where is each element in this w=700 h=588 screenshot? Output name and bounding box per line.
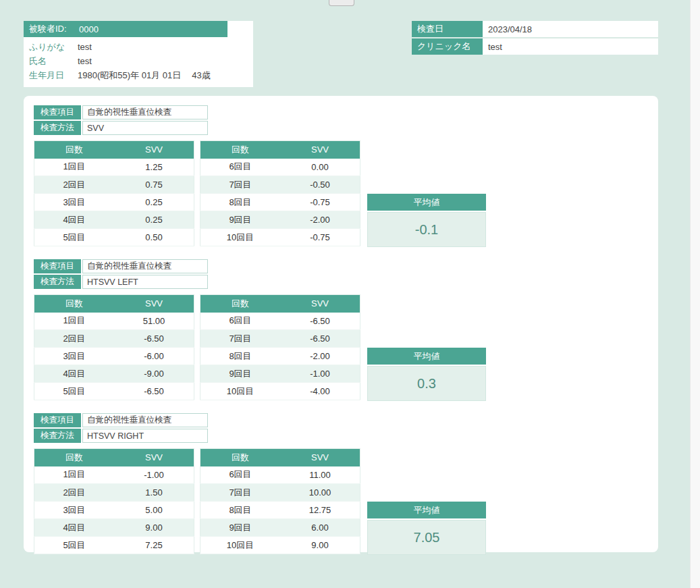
svv-cell: -6.50 [114, 330, 194, 348]
round-cell: 5回目 [34, 383, 115, 400]
col-header-round: 回数 [34, 141, 115, 159]
svv-cell: 12.75 [280, 502, 360, 519]
test-section-htsvv-left: 検査項目 自覚的視性垂直位検査 検査方法 HTSVV LEFT 回数 SVV 1… [34, 259, 648, 401]
round-cell: 10回目 [200, 229, 281, 246]
clinic-name-label: クリニック名 [412, 38, 483, 55]
patient-field-name: 氏名 test [24, 54, 253, 68]
round-cell: 9回目 [200, 365, 281, 383]
exam-date-label: 検査日 [412, 21, 483, 37]
round-cell: 4回目 [34, 519, 115, 537]
section-tables: 回数 SVV 1回目 -1.00 2回目 1.50 3回目 5. [34, 448, 648, 555]
patient-age: 43歳 [192, 70, 210, 82]
vertical-scrollbar[interactable] [690, 0, 700, 588]
round-cell: 5回目 [34, 229, 115, 246]
round-cell: 8回目 [200, 348, 281, 365]
average-box: 平均値 7.05 [367, 502, 486, 555]
table-row: 8回目 12.75 [200, 502, 360, 519]
table-header-row: 回数 SVV [34, 295, 194, 313]
table-row: 7回目 -6.50 [200, 330, 360, 348]
exam-date-row: 検査日 2023/04/18 [412, 21, 658, 37]
field-value: test [78, 42, 92, 52]
round-cell: 1回目 [34, 313, 115, 330]
round-cell: 6回目 [200, 159, 281, 176]
exam-item-label: 検査項目 [34, 413, 81, 427]
average-label: 平均値 [367, 502, 486, 518]
table-row: 8回目 -2.00 [200, 348, 360, 365]
section-tables: 回数 SVV 1回目 1.25 2回目 0.75 3回目 0.2 [34, 140, 648, 247]
table-row: 2回目 1.50 [34, 484, 194, 502]
table-row: 2回目 -6.50 [34, 330, 194, 348]
svv-cell: 7.25 [114, 537, 194, 554]
col-header-round: 回数 [200, 449, 281, 466]
table-row: 4回目 -9.00 [34, 365, 194, 383]
exam-date-value: 2023/04/18 [483, 21, 658, 37]
field-label: 氏名 [29, 55, 78, 68]
table-header-row: 回数 SVV [34, 449, 194, 466]
page: { "ui": { "accent": "#4ba593", "page_bg"… [0, 0, 700, 588]
average-value: -0.1 [367, 212, 486, 247]
section-meta: 検査項目 自覚的視性垂直位検査 検査方法 SVV [34, 105, 648, 135]
patient-id-label: 被験者ID: [29, 23, 79, 35]
round-cell: 7回目 [200, 330, 281, 348]
table-row: 10回目 -4.00 [200, 383, 360, 400]
round-cell: 3回目 [34, 348, 115, 365]
svv-cell: 1.50 [114, 484, 194, 502]
section-meta: 検査項目 自覚的視性垂直位検査 検査方法 HTSVV LEFT [34, 259, 648, 289]
round-cell: 8回目 [200, 502, 281, 519]
round-cell: 1回目 [34, 159, 115, 176]
table-row: 7回目 10.00 [200, 484, 360, 502]
table-header-row: 回数 SVV [200, 141, 360, 159]
table-row: 7回目 -0.50 [200, 176, 360, 194]
round-cell: 10回目 [200, 383, 281, 400]
svv-cell: 1.25 [114, 159, 194, 176]
table-row: 8回目 -0.75 [200, 194, 360, 211]
svv-table-rounds-1-5: 回数 SVV 1回目 51.00 2回目 -6.50 3回目 - [34, 294, 194, 400]
svv-table-rounds-6-10: 回数 SVV 6回目 -6.50 7回目 -6.50 8回目 - [200, 294, 360, 400]
exam-method-row: 検査方法 HTSVV RIGHT [34, 429, 648, 443]
table-row: 6回目 11.00 [200, 466, 360, 484]
exam-item-row: 検査項目 自覚的視性垂直位検査 [34, 105, 648, 119]
svv-cell: 0.25 [114, 211, 194, 229]
svv-cell: -6.00 [114, 348, 194, 365]
svv-cell: 9.00 [280, 537, 360, 554]
average-box: 平均値 0.3 [367, 348, 486, 401]
svv-cell: 0.50 [114, 229, 194, 246]
round-cell: 3回目 [34, 502, 115, 519]
round-cell: 8回目 [200, 194, 281, 211]
svv-cell: -0.50 [280, 176, 360, 194]
exam-method-row: 検査方法 SVV [34, 121, 648, 135]
table-row: 2回目 0.75 [34, 176, 194, 194]
field-label: ふりがな [29, 41, 78, 53]
table-row: 9回目 -1.00 [200, 365, 360, 383]
table-header-row: 回数 SVV [200, 449, 360, 466]
exam-info: 検査日 2023/04/18 クリニック名 test [412, 21, 658, 56]
clinic-name-row: クリニック名 test [412, 38, 658, 55]
round-cell: 4回目 [34, 211, 115, 229]
svv-table-rounds-1-5: 回数 SVV 1回目 -1.00 2回目 1.50 3回目 5. [34, 448, 194, 554]
svv-cell: -2.00 [280, 211, 360, 229]
svv-cell: -1.00 [280, 365, 360, 383]
top-partial-button[interactable] [329, 0, 354, 6]
exam-method-value: HTSVV LEFT [82, 275, 208, 289]
svv-cell: 6.00 [280, 519, 360, 537]
exam-item-value: 自覚的視性垂直位検査 [82, 259, 208, 273]
svv-cell: 5.00 [114, 502, 194, 519]
table-row: 9回目 6.00 [200, 519, 360, 537]
svv-cell: -0.75 [280, 229, 360, 246]
round-cell: 10回目 [200, 537, 281, 554]
exam-method-value: HTSVV RIGHT [82, 429, 208, 443]
table-row: 5回目 0.50 [34, 229, 194, 246]
col-header-svv: SVV [114, 295, 194, 313]
field-label: 生年月日 [29, 70, 78, 82]
svv-cell: 9.00 [114, 519, 194, 537]
exam-item-row: 検査項目 自覚的視性垂直位検査 [34, 413, 648, 427]
patient-card: 被験者ID: 0000 ふりがな test 氏名 test 生年月日 1980(… [24, 21, 253, 87]
average-value: 7.05 [367, 520, 486, 555]
round-cell: 6回目 [200, 466, 281, 484]
field-value: 1980(昭和55)年 01月 01日 [78, 70, 181, 82]
exam-item-value: 自覚的視性垂直位検査 [82, 105, 208, 119]
field-value: test [78, 56, 92, 66]
round-cell: 2回目 [34, 330, 115, 348]
table-row: 10回目 -0.75 [200, 229, 360, 246]
table-row: 1回目 -1.00 [34, 466, 194, 484]
